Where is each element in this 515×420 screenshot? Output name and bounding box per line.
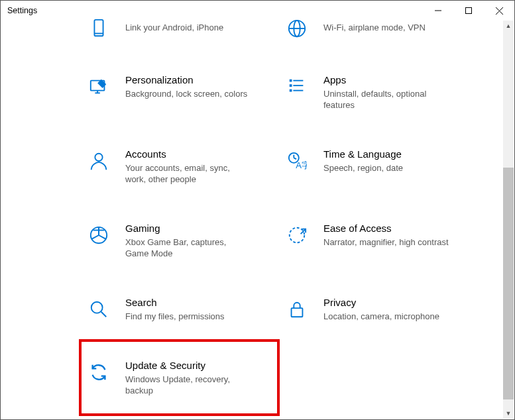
settings-category-time-language[interactable]: A字 Time & Language Speech, region, date	[278, 129, 477, 203]
maximize-button[interactable]	[453, 1, 484, 21]
svg-point-26	[91, 302, 103, 313]
settings-category-ease-of-access[interactable]: Ease of Access Narrator, magnifier, high…	[278, 203, 477, 278]
category-desc: Uninstall, defaults, optional features	[323, 88, 449, 111]
category-desc: Xbox Game Bar, captures, Game Mode	[125, 236, 251, 259]
close-button[interactable]	[484, 1, 514, 21]
settings-grid: Link your Android, iPhone Wi-Fi, airplan…	[80, 21, 477, 415]
settings-category-privacy[interactable]: Privacy Location, camera, microphone	[278, 278, 477, 341]
category-text: Update & Security Windows Update, recove…	[125, 359, 272, 396]
category-title: Ease of Access	[323, 222, 470, 235]
category-text: Wi-Fi, airplane mode, VPN	[323, 21, 470, 33]
settings-category-gaming[interactable]: Gaming Xbox Game Bar, captures, Game Mod…	[80, 203, 278, 278]
svg-point-18	[95, 154, 102, 161]
settings-category-search[interactable]: Search Find my files, permissions	[80, 278, 278, 341]
category-desc: Wi-Fi, airplane mode, VPN	[323, 22, 449, 33]
scroll-down-arrow[interactable]: ▼	[503, 408, 514, 419]
scroll-track[interactable]	[503, 31, 514, 408]
globe-icon	[286, 18, 308, 39]
phone-icon	[88, 18, 109, 39]
personalization-icon	[88, 76, 109, 97]
vertical-scrollbar[interactable]: ▲ ▼	[503, 21, 514, 419]
category-desc: Windows Update, recovery, backup	[125, 374, 251, 396]
apps-icon	[286, 76, 308, 97]
settings-category-personalization[interactable]: Personalization Background, lock screen,…	[80, 55, 278, 129]
svg-text:A字: A字	[296, 160, 307, 170]
category-desc: Background, lock screen, colors	[125, 88, 251, 99]
svg-rect-15	[293, 85, 303, 86]
search-icon	[88, 299, 109, 320]
category-text: Accounts Your accounts, email, sync, wor…	[125, 148, 272, 185]
svg-rect-28	[292, 308, 303, 317]
settings-category-network[interactable]: Wi-Fi, airplane mode, VPN	[278, 21, 477, 55]
category-title: Personalization	[125, 74, 272, 87]
settings-category-apps[interactable]: Apps Uninstall, defaults, optional featu…	[278, 55, 477, 129]
sync-icon	[88, 362, 109, 383]
time-language-icon: A字	[286, 150, 308, 172]
svg-line-21	[294, 158, 296, 159]
svg-rect-17	[293, 90, 303, 91]
titlebar: Settings	[1, 1, 514, 21]
category-desc: Find my files, permissions	[125, 311, 251, 322]
scroll-thumb[interactable]	[503, 168, 514, 399]
category-text: Search Find my files, permissions	[125, 296, 272, 322]
window-controls	[423, 1, 514, 21]
ease-of-access-icon	[286, 225, 308, 246]
category-desc: Location, camera, microphone	[323, 311, 449, 322]
scroll-up-arrow[interactable]: ▲	[503, 21, 514, 31]
category-text: Privacy Location, camera, microphone	[323, 296, 470, 322]
category-text: Gaming Xbox Game Bar, captures, Game Mod…	[125, 222, 272, 259]
minimize-button[interactable]	[423, 1, 453, 21]
svg-rect-13	[293, 80, 303, 81]
category-text: Apps Uninstall, defaults, optional featu…	[323, 74, 470, 111]
category-title: Gaming	[125, 222, 272, 235]
category-desc: Link your Android, iPhone	[125, 22, 251, 33]
category-desc: Your accounts, email, sync, work, other …	[125, 162, 251, 185]
svg-rect-16	[290, 89, 292, 92]
lock-icon	[286, 299, 308, 320]
svg-rect-1	[466, 8, 472, 14]
svg-point-24	[290, 228, 305, 243]
category-title: Update & Security	[125, 359, 272, 372]
category-title: Accounts	[125, 148, 272, 161]
gaming-icon	[88, 225, 109, 246]
category-desc: Speech, region, date	[323, 162, 449, 174]
settings-content: Link your Android, iPhone Wi-Fi, airplan…	[1, 21, 503, 419]
settings-category-phone[interactable]: Link your Android, iPhone	[80, 21, 278, 55]
svg-rect-14	[290, 84, 292, 87]
category-title: Privacy	[323, 296, 470, 309]
settings-category-update-security[interactable]: Update & Security Windows Update, recove…	[80, 341, 278, 415]
window-title: Settings	[7, 6, 37, 15]
category-text: Time & Language Speech, region, date	[323, 148, 470, 174]
category-desc: Narrator, magnifier, high contrast	[323, 236, 449, 248]
person-icon	[88, 150, 109, 172]
category-text: Personalization Background, lock screen,…	[125, 74, 272, 99]
category-text: Link your Android, iPhone	[125, 21, 272, 33]
svg-rect-12	[290, 79, 292, 82]
category-title: Search	[125, 296, 272, 309]
category-title: Time & Language	[323, 148, 470, 161]
category-text: Ease of Access Narrator, magnifier, high…	[323, 222, 470, 248]
svg-line-27	[101, 312, 107, 317]
category-title: Apps	[323, 74, 470, 87]
settings-category-accounts[interactable]: Accounts Your accounts, email, sync, wor…	[80, 129, 278, 203]
